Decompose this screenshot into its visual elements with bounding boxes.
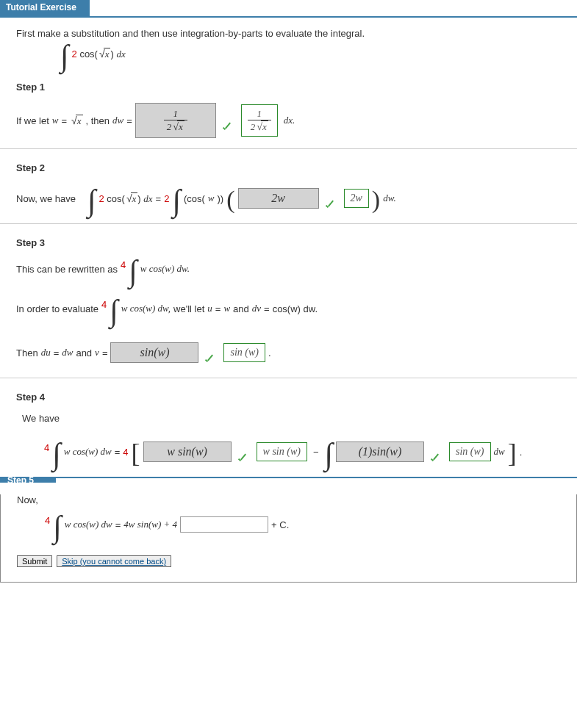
- step3-v: v: [95, 347, 99, 358]
- step3-coeff-a: 4: [121, 259, 126, 270]
- step3-check: [203, 338, 216, 367]
- step1-section: Step 1 If we let w = x , then dw = 1 2x …: [0, 82, 577, 149]
- step4-wehave: We have: [22, 413, 577, 424]
- step5-buttons: Submit Skip (you cannot come back): [17, 555, 576, 567]
- step4-check2: [429, 437, 442, 466]
- step3-w: w: [223, 303, 230, 314]
- step2-cosw-open: (cos(: [184, 193, 205, 204]
- lbracket-icon: [: [132, 443, 140, 464]
- integral-icon: ∫: [52, 444, 61, 464]
- step2-pre: Now, we have: [16, 193, 76, 204]
- step1-answer-frac: 1 2x: [164, 108, 187, 133]
- step2-title: Step 2: [16, 162, 577, 173]
- step4-lhs: w cos(w) dw: [64, 446, 112, 458]
- step2-coeff1: 2: [98, 193, 104, 204]
- step2-feedback-box: 2w: [344, 189, 369, 208]
- step4-section: Step 4 We have 4 ∫ w cos(w) dw = 4 [ w s…: [0, 392, 577, 466]
- step4-dw: dw: [494, 446, 505, 458]
- prompt-section: First make a substitution and then use i…: [0, 18, 577, 68]
- integral-icon: ∫: [110, 300, 118, 321]
- integral-icon: ∫: [172, 190, 181, 211]
- step3-coswdw: cos(w) dw.: [273, 303, 318, 314]
- tutorial-header-row: Tutorial Exercise: [0, 0, 577, 18]
- step4-title: Step 4: [16, 392, 577, 403]
- prompt-coeff: 2: [72, 48, 77, 60]
- skip-button[interactable]: Skip (you cannot come back): [57, 555, 171, 567]
- integral-icon: ∫: [325, 444, 334, 464]
- step3-expr-a: w cos(w) dw.: [140, 263, 190, 275]
- step3-text1: This can be rewritten as: [16, 264, 118, 275]
- step4-answer2-box[interactable]: (1)sin(w): [336, 442, 424, 462]
- step4-feedback2-box: sin (w): [449, 442, 491, 461]
- step2-answer-box[interactable]: 2w: [238, 188, 319, 209]
- step3-answer-box[interactable]: sin(w): [110, 342, 198, 363]
- step5-rhs-a: 4w sin(w) + 4: [123, 519, 177, 530]
- step2-check: [323, 184, 337, 213]
- step3-coeff-b: 4: [101, 299, 107, 310]
- step4-coeff: 4: [44, 442, 49, 453]
- check-icon: [203, 354, 216, 367]
- check-icon: [323, 200, 337, 213]
- step1-dw: dw: [112, 115, 123, 126]
- step2-sqrt: x: [125, 192, 137, 205]
- step3-text2b: we'll let: [173, 303, 204, 314]
- check-icon: [236, 453, 249, 466]
- step2-section: Step 2 Now, we have ∫ 2 cos(x) dx = 2 ∫ …: [0, 162, 577, 224]
- check-icon: [221, 122, 234, 135]
- step4-answer1-box[interactable]: w sin(w): [143, 442, 232, 462]
- submit-button[interactable]: Submit: [17, 555, 52, 567]
- step3-feedback-box: sin (w): [223, 343, 265, 362]
- step1-answer-box[interactable]: 1 2x: [135, 103, 216, 138]
- step1-eq2: =: [126, 115, 132, 126]
- step2-coeff2: 2: [164, 193, 169, 204]
- step2-line: Now, we have ∫ 2 cos(x) dx = 2 ∫ (cos(w)…: [16, 184, 577, 213]
- step3-dv: dv: [252, 303, 261, 314]
- step1-eq1: =: [61, 115, 67, 126]
- step4-check1: [236, 437, 249, 466]
- step5-line: 4 ∫ w cos(w) dw = 4w sin(w) + 4 + C.: [45, 514, 576, 535]
- step5-now: Now,: [17, 494, 576, 505]
- step1-feedback-box: 1 2x: [241, 104, 278, 137]
- prompt-integral: ∫ 2 cos(x) dx: [60, 43, 561, 64]
- step3-text2a: In order to evaluate: [16, 303, 98, 314]
- step5-input[interactable]: [180, 516, 268, 533]
- step2-dw: dw.: [383, 192, 395, 204]
- step3-then: Then: [16, 347, 38, 358]
- step4-feedback1-box: w sin (w): [257, 442, 307, 461]
- step3-line3: Then du = dw and v = sin(w) sin (w) .: [16, 338, 577, 367]
- sqrt-x: x: [98, 48, 110, 60]
- check-icon: [429, 453, 442, 466]
- step3-dweq: dw: [62, 347, 73, 358]
- step5-lhs: w cos(w) dw: [65, 519, 112, 530]
- step1-sqrt: x: [70, 115, 82, 127]
- rparen-icon: ): [372, 191, 380, 209]
- rbracket-icon: ]: [508, 443, 517, 464]
- step1-w: w: [52, 115, 59, 126]
- step2-eq: =: [156, 193, 162, 204]
- minus-sign: −: [313, 447, 319, 458]
- step1-title: Step 1: [16, 82, 577, 93]
- step3-section: Step 3 This can be rewritten as 4 ∫ w co…: [0, 237, 577, 378]
- step5-title: Step 5: [0, 478, 56, 483]
- step1-line: If we let w = x , then dw = 1 2x 1 2x dx…: [16, 103, 577, 138]
- prompt-text: First make a substitution and then use i…: [16, 28, 561, 39]
- step3-u: u: [207, 303, 212, 314]
- step3-expr-b: w cos(w) dw,: [121, 303, 171, 314]
- integral-icon: ∫: [53, 516, 62, 537]
- tutorial-header: Tutorial Exercise: [0, 0, 90, 16]
- integral-icon: ∫: [60, 46, 69, 66]
- step4-line: 4 ∫ w cos(w) dw = 4 [ w sin(w) w sin (w)…: [44, 437, 577, 466]
- step1-check: [221, 106, 234, 135]
- step5-box: Now, 4 ∫ w cos(w) dw = 4w sin(w) + 4 + C…: [0, 494, 577, 583]
- integral-icon: ∫: [87, 190, 96, 211]
- step3-line1: This can be rewritten as 4 ∫ w cos(w) dw…: [16, 259, 577, 279]
- lparen-icon: (: [226, 191, 234, 209]
- integral-icon: ∫: [129, 261, 137, 281]
- step1-dx: dx.: [284, 115, 295, 126]
- step5-coeff: 4: [45, 515, 50, 526]
- step5-plus-c: + C.: [271, 519, 289, 530]
- step5-wrap: Step 5 Now, 4 ∫ w cos(w) dw = 4w sin(w) …: [0, 477, 577, 583]
- step1-then: , then: [86, 115, 110, 126]
- prompt-dx: dx: [116, 48, 125, 60]
- step3-du: du: [41, 347, 51, 358]
